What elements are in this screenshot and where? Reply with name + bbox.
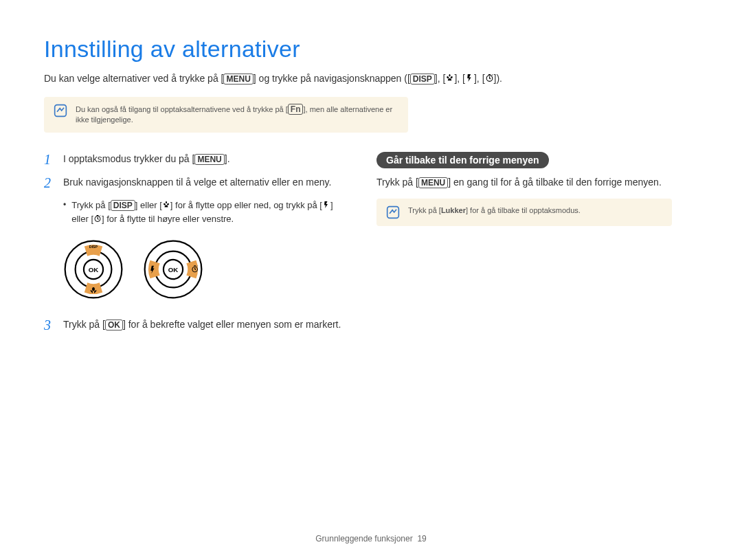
svg-text:OK: OK	[168, 265, 179, 273]
note-1-text: Du kan også få tilgang til opptaksaltern…	[76, 104, 398, 126]
step-2-bullet: • Trykk på [DISP] eller [] for å flytte …	[63, 199, 346, 227]
page-title: Innstilling av alternativer	[44, 36, 698, 63]
svg-rect-13	[387, 207, 399, 219]
self-timer-icon	[93, 213, 102, 227]
flash-icon	[322, 199, 330, 213]
step-2-number: 2	[44, 175, 55, 190]
info-icon	[54, 104, 67, 117]
dial-vertical: DISP OK	[63, 239, 124, 302]
intro-sep1: ], [	[435, 73, 446, 84]
flash-icon	[465, 73, 474, 87]
dial-horizontal: OK	[143, 239, 203, 302]
self-timer-icon	[485, 73, 494, 87]
lukker-button-label: Lukker	[441, 206, 466, 214]
step-1-number: 1	[44, 152, 55, 167]
intro-sep3: ], [	[474, 73, 485, 84]
intro-sep2: ], [	[454, 73, 465, 84]
disp-button-label: DISP	[410, 74, 435, 85]
note-box-1: Du kan også få tilgang til opptaksaltern…	[44, 97, 408, 133]
step-3: 3 Trykk på [OK] for å bekrefte valget el…	[44, 317, 346, 333]
step-2: 2 Bruk navigasjonsknappen til å velge et…	[44, 175, 346, 190]
svg-text:DISP: DISP	[89, 245, 98, 249]
intro-pre: Du kan velge alternativer ved å trykke p…	[44, 73, 223, 84]
footer-section: Grunnleggende funksjoner	[315, 534, 412, 544]
note-2-text: Trykk på [Lukker] for å gå tilbake til o…	[408, 205, 581, 216]
macro-flower-icon	[445, 73, 454, 87]
menu-button-label: MENU	[223, 74, 253, 85]
menu-button-label: MENU	[194, 154, 224, 165]
svg-text:OK: OK	[89, 265, 99, 273]
intro-text: Du kan velge alternativer ved å trykke p…	[44, 72, 698, 86]
ok-button-label: OK	[105, 320, 123, 331]
step-3-text: Trykk på [OK] for å bekrefte valget elle…	[63, 317, 341, 333]
step-1: 1 I opptaksmodus trykker du på [MENU].	[44, 152, 346, 167]
footer-page-number: 19	[417, 534, 426, 544]
step-2-text: Bruk navigasjonsknappen til å velge et a…	[63, 175, 331, 190]
macro-flower-icon	[162, 199, 170, 213]
intro-mid: ] og trykke på navigasjonsknappen ([	[254, 73, 410, 84]
bullet-dot: •	[63, 199, 66, 227]
fn-button-label: Fn	[288, 104, 304, 115]
bullet-text: Trykk på [DISP] eller [] for å flytte op…	[71, 199, 346, 227]
left-column: 1 I opptaksmodus trykker du på [MENU]. 2…	[44, 152, 346, 341]
step-1-text: I opptaksmodus trykker du på [MENU].	[63, 152, 230, 167]
page-footer: Grunnleggende funksjoner 19	[0, 534, 742, 544]
subsection-pill: Går tilbake til den forrige menyen	[376, 152, 549, 168]
navigation-dials: DISP OK OK	[63, 239, 346, 302]
menu-button-label: MENU	[418, 177, 448, 188]
intro-post: ]).	[494, 73, 502, 84]
note-box-2: Trykk på [Lukker] for å gå tilbake til o…	[376, 199, 672, 226]
svg-rect-1	[55, 105, 67, 117]
step-3-number: 3	[44, 317, 55, 333]
right-column: Går tilbake til den forrige menyen Trykk…	[376, 152, 672, 341]
right-paragraph: Trykk på [MENU] en gang til for å gå til…	[376, 175, 672, 189]
disp-button-label: DISP	[111, 200, 135, 211]
info-icon	[386, 205, 400, 219]
